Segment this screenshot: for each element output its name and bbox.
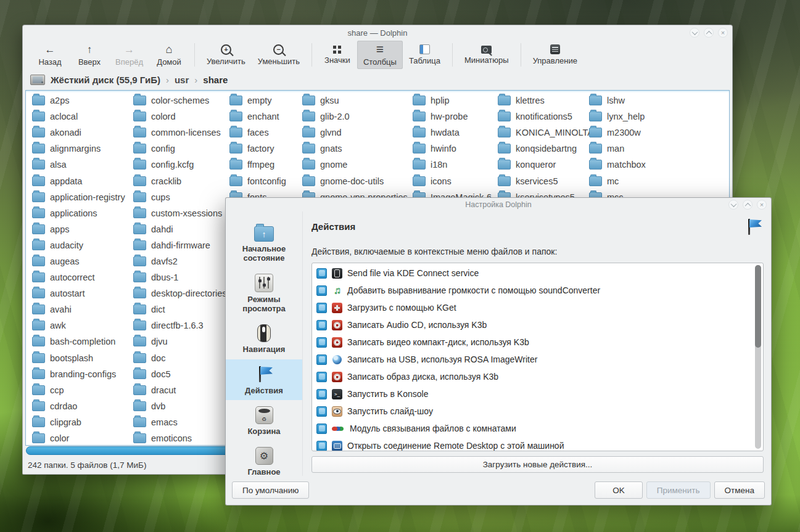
file-item[interactable]: clipgrab xyxy=(32,414,125,430)
minimize-button[interactable] xyxy=(690,28,699,38)
checkbox-checked[interactable] xyxy=(316,389,327,399)
file-item[interactable]: empty xyxy=(229,92,286,108)
breadcrumb-share[interactable]: share xyxy=(203,75,228,85)
sidebar-item-navigation[interactable]: Навигация xyxy=(226,318,302,359)
file-item[interactable]: alsa xyxy=(32,157,125,173)
file-item[interactable]: factory xyxy=(229,141,286,157)
close-button[interactable]: × xyxy=(718,28,728,38)
file-item[interactable]: gnats xyxy=(302,141,408,157)
file-item[interactable]: glvnd xyxy=(302,125,408,141)
checkbox-checked[interactable] xyxy=(316,424,327,434)
service-item[interactable]: Запустить в Konsole xyxy=(313,385,753,403)
file-item[interactable]: bootsplash xyxy=(32,350,125,366)
sidebar-item-startup[interactable]: Начальное состояние xyxy=(226,218,302,268)
toolbar-button-columns-view[interactable]: Столбцы xyxy=(357,41,403,69)
ok-button[interactable]: OK xyxy=(595,481,643,499)
file-item[interactable]: kservices5 xyxy=(498,173,593,189)
scrollbar-thumb[interactable] xyxy=(755,265,761,348)
file-item[interactable]: enchant xyxy=(229,108,286,125)
file-item[interactable]: i18n xyxy=(413,157,492,173)
dialog-close-button[interactable]: × xyxy=(757,200,767,210)
file-item[interactable]: dbus-1 xyxy=(133,269,227,285)
service-item[interactable]: Открыть соединение Remote Desktop с этой… xyxy=(313,437,753,451)
file-item[interactable]: appdata xyxy=(32,173,125,189)
breadcrumb-usr[interactable]: usr xyxy=(175,75,189,85)
file-item[interactable]: awk xyxy=(32,317,125,334)
file-item[interactable]: cups xyxy=(133,189,227,205)
file-item[interactable]: common-licenses xyxy=(133,125,227,141)
checkbox-checked[interactable] xyxy=(316,406,327,417)
toolbar-button-home[interactable]: Домой xyxy=(149,41,189,69)
file-item[interactable]: autostart xyxy=(32,285,125,301)
toolbar-button-thumbnails[interactable]: Миниатюры xyxy=(458,43,515,67)
file-item[interactable]: autocorrect xyxy=(32,269,125,285)
file-item[interactable]: audacity xyxy=(32,237,125,253)
service-item[interactable]: Записать видео компакт-диск, используя K… xyxy=(313,334,753,351)
file-item[interactable]: ffmpeg xyxy=(229,157,286,173)
file-item[interactable]: a2ps xyxy=(32,92,125,108)
sidebar-item-services[interactable]: Действия xyxy=(226,359,302,400)
service-item[interactable]: Запустить слайд-шоу xyxy=(313,403,753,420)
checkbox-checked[interactable] xyxy=(316,303,327,313)
service-item[interactable]: Записать образ диска, используя K3b xyxy=(313,368,753,385)
file-item[interactable]: branding-configs xyxy=(32,366,125,382)
file-item[interactable]: cdrdao xyxy=(32,398,125,414)
toolbar-button-control[interactable]: Управление xyxy=(527,42,584,68)
cancel-button[interactable]: Отмена xyxy=(714,481,765,499)
file-item[interactable]: djvu xyxy=(133,334,227,350)
file-item[interactable]: icons xyxy=(413,173,492,189)
file-item[interactable]: applications xyxy=(32,205,125,221)
file-item[interactable]: gnome xyxy=(302,157,408,173)
file-item[interactable]: dvb xyxy=(133,398,227,414)
file-item[interactable]: faces xyxy=(229,125,286,141)
file-item[interactable]: dahdi xyxy=(133,221,227,237)
file-item[interactable]: gksu xyxy=(302,92,408,108)
file-item[interactable]: dahdi-firmware xyxy=(133,237,227,253)
file-item[interactable]: knotifications5 xyxy=(498,108,593,125)
file-item[interactable]: color xyxy=(32,430,125,446)
vertical-scrollbar[interactable] xyxy=(755,265,761,449)
service-item[interactable]: Добавить выравнивание громкости с помощь… xyxy=(313,282,753,299)
file-item[interactable]: gnome-doc-utils xyxy=(302,173,408,189)
maximize-button[interactable] xyxy=(704,28,714,38)
checkbox-checked[interactable] xyxy=(316,268,327,279)
defaults-button[interactable]: По умолчанию xyxy=(232,481,309,499)
checkbox-checked[interactable] xyxy=(316,320,327,330)
dialog-maximize-button[interactable] xyxy=(743,200,753,210)
file-item[interactable]: bash-completion xyxy=(32,334,125,350)
file-item[interactable]: lynx_help xyxy=(589,108,646,125)
file-item[interactable]: alignmargins xyxy=(32,141,125,157)
file-item[interactable]: mc xyxy=(589,173,646,189)
file-item[interactable]: klettres xyxy=(498,92,593,108)
toolbar-button-zoom-out[interactable]: Уменьшить xyxy=(252,42,306,68)
file-item[interactable]: hw-probe xyxy=(413,108,492,125)
file-item[interactable]: config.kcfg xyxy=(133,157,227,173)
service-item[interactable]: Send file via KDE Connect service xyxy=(313,264,753,282)
download-new-services-button[interactable]: Загрузить новые действия... xyxy=(311,456,764,473)
toolbar-button-up[interactable]: Вверх xyxy=(70,41,109,69)
file-item[interactable]: application-registry xyxy=(32,189,125,205)
file-item[interactable]: apps xyxy=(32,221,125,237)
file-item[interactable]: fontconfig xyxy=(229,173,286,189)
file-item[interactable]: custom-xsessions xyxy=(133,205,227,221)
file-item[interactable]: ccp xyxy=(32,382,125,398)
service-item[interactable]: Записать Audio CD, используя K3b xyxy=(313,316,753,334)
service-item[interactable]: Модуль связывания файлов с комнатами xyxy=(313,420,753,437)
file-item[interactable]: doc5 xyxy=(133,366,227,382)
file-item[interactable]: m2300w xyxy=(589,125,646,141)
file-item[interactable]: cracklib xyxy=(133,173,227,189)
file-item[interactable]: lshw xyxy=(589,92,646,108)
file-item[interactable]: directfb-1.6.3 xyxy=(133,317,227,334)
file-item[interactable]: konqueror xyxy=(498,157,593,173)
service-item[interactable]: Записать на USB, используя ROSA ImageWri… xyxy=(313,351,753,368)
dialog-minimize-button[interactable] xyxy=(728,200,738,210)
toolbar-button-icons-view[interactable]: Значки xyxy=(318,43,357,67)
checkbox-checked[interactable] xyxy=(316,337,327,348)
file-item[interactable]: davfs2 xyxy=(133,253,227,269)
file-item[interactable]: config xyxy=(133,141,227,157)
apply-button[interactable]: Применить xyxy=(646,481,711,499)
file-item[interactable]: emoticons xyxy=(133,430,227,446)
file-item[interactable]: man xyxy=(589,141,646,157)
sidebar-item-view-modes[interactable]: Режимы просмотра xyxy=(226,268,302,319)
toolbar-button-zoom-in[interactable]: Увеличить xyxy=(200,42,252,68)
